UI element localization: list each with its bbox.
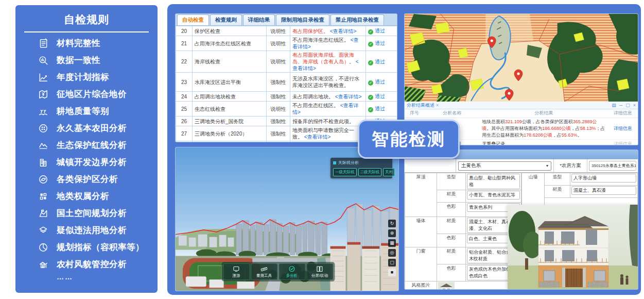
sidebar-item[interactable]: 材料完整性 <box>15 35 158 52</box>
sidebar-item-label: 征地区片综合地价 <box>57 89 127 100</box>
detail-info-link[interactable]: 详细信息 <box>610 125 636 132</box>
material-doc-icon <box>37 38 49 48</box>
row-number: 24 <box>176 92 193 102</box>
check-table-row: 23水库淹没区进出平衡强制性无涉及水库淹没区，不进行水库淹没区进出平衡检查。✓通… <box>176 73 397 92</box>
city-3d-view[interactable]: 天际线分析 一级天际线二级天际线关闭 漫游量测工具多分析分屏/联动 ↻⊗▦◎▢■ <box>175 147 399 291</box>
check-result: 不占用海洋生态红线区。 <查看详情> <box>290 36 366 51</box>
close-icon[interactable]: × <box>633 103 636 108</box>
check-name: 三调地类分析_国务院 <box>193 117 267 126</box>
form-key-label: 色彩 <box>437 264 466 281</box>
annual-plan-icon <box>37 72 49 82</box>
toolbar-measure-tool-button[interactable]: 量测工具 <box>251 263 277 280</box>
status-cell: ✓通过 <box>366 92 397 102</box>
skyline-button[interactable]: 二级天际线 <box>358 168 382 176</box>
close-circle-icon[interactable]: ⊗ <box>388 229 396 237</box>
bookmark-icon[interactable]: ■ <box>388 269 396 276</box>
grid-icon[interactable]: ▦ <box>388 239 396 247</box>
form-row: 山墙造型人字形山墙 <box>522 173 638 186</box>
permanent-farmland-icon <box>38 123 48 134</box>
frame-icon[interactable]: ▢ <box>388 259 396 267</box>
spatial-planning-icon <box>38 208 48 219</box>
detail-cell: 详细信息 <box>608 118 638 139</box>
sidebar-item[interactable]: 农村风貌管控分析 <box>15 256 158 273</box>
form-key-label: 造型 <box>437 173 466 190</box>
check-tab[interactable]: 禁止用地目录检查 <box>330 14 384 25</box>
sidebar-item[interactable]: 地类权属分析 <box>15 188 158 205</box>
check-table-row: 25生态红线检查说明性不占用生态红线区。 <查看详情>✓通过 <box>176 102 397 117</box>
target-icon[interactable]: ◎ <box>388 249 396 257</box>
row-number: 22 <box>176 51 193 73</box>
skyline-button[interactable]: 关闭 <box>383 168 395 176</box>
satellite-map[interactable] <box>405 14 638 102</box>
color-scheme-cell: 土黄色系▾ <box>456 159 554 172</box>
sidebar-item[interactable]: 国土空间规划分析 <box>15 205 158 222</box>
analysis-check-icon <box>288 265 295 272</box>
sidebar-item[interactable]: 永久基本农田分析 <box>15 120 158 137</box>
status-badge: 通过 <box>375 40 385 46</box>
check-type: 说明性 <box>267 141 290 143</box>
sidebar-item-label: 年度计划指标 <box>57 72 109 83</box>
form-value-input[interactable]: 小青瓦、青色水泥瓦等 <box>467 191 520 200</box>
skyline-button[interactable]: 一级天际线 <box>333 168 357 176</box>
check-type: 强制性 <box>267 73 290 92</box>
check-result: 报备库的报件不检查此项。 <box>290 117 366 126</box>
sidebar-item[interactable]: 生态保护红线分析 <box>15 137 158 154</box>
panel-marker-icon <box>333 161 336 164</box>
check-tab[interactable]: 限制用地目录检查 <box>276 14 329 25</box>
sidebar-item[interactable]: 征地区片综合地价 <box>15 86 158 103</box>
form-group-label: 墙体 <box>405 217 437 247</box>
check-type: 强制性 <box>267 92 290 102</box>
maximize-icon[interactable]: ▢ <box>625 103 630 108</box>
check-tab-bar: 自动检查检查规则详细结果限制用地目录检查禁止用地目录检查 <box>176 14 397 26</box>
smart-detection-board: 自动检查检查规则详细结果限制用地目录检查禁止用地目录检查 20保护区检查说明性有… <box>167 4 641 295</box>
toolbar-label: 多分析 <box>286 273 298 278</box>
eco-redline-icon <box>37 140 49 151</box>
sidebar-item[interactable]: 耕地质量等别 <box>15 103 158 120</box>
color-scheme-select[interactable]: 土黄色系▾ <box>458 161 551 171</box>
check-name: 占用海洋生态红线区检查 <box>193 36 267 51</box>
analysis-tab[interactable]: 分析结果概述× <box>407 102 439 109</box>
form-group-label: 屋顶 <box>405 173 437 217</box>
sidebar-item[interactable]: 疑似违法用地分析 <box>15 222 158 239</box>
check-type: 说明性 <box>267 36 290 51</box>
check-name: 海岸线检查 <box>193 51 267 73</box>
detail-info-link[interactable]: 详细信息 <box>610 141 636 145</box>
sidebar-item[interactable]: 各类保护区分析 <box>15 171 158 188</box>
minimize-icon[interactable]: ─ <box>619 103 622 108</box>
tab-close-icon[interactable]: × <box>436 103 439 108</box>
pass-check-icon: ✓ <box>368 95 373 100</box>
form-value-input[interactable]: 人字形山墙 <box>571 174 636 182</box>
form-key-label: 材质 <box>437 217 466 234</box>
check-tab[interactable]: 检查规则 <box>210 14 242 25</box>
sidebar-item[interactable]: 年度计划指标 <box>15 69 158 86</box>
refresh-icon[interactable]: ↻ <box>388 220 396 227</box>
house-render-image <box>508 205 638 290</box>
spatial-planning-icon <box>37 208 49 219</box>
plan-value-field[interactable]: 350125永泰县土黄色系100㎡农房03 <box>589 161 636 171</box>
detail-cell: 详细信息 <box>608 139 638 145</box>
toolbar-split-screen-button[interactable]: 分屏/联动 <box>306 263 333 280</box>
data-consistency-icon <box>38 55 48 65</box>
form-value-input[interactable]: 混凝土、真石漆 <box>571 186 636 195</box>
sidebar-item[interactable]: 数据一致性 <box>15 52 158 69</box>
sidebar-item-label: 国土空间规划分析 <box>57 208 127 219</box>
export-icon[interactable]: ▤ <box>612 103 616 108</box>
toolbar-roam-button[interactable]: 漫游 <box>223 263 250 280</box>
sidebar-item[interactable]: 城镇开发边界分析 <box>15 154 158 171</box>
toolbar-label: 量测工具 <box>256 273 272 278</box>
map-graphic <box>405 14 638 102</box>
view-details-link[interactable]: <查看详情> <box>328 28 356 34</box>
sidebar-item-label: 地类权属分析 <box>57 191 109 202</box>
view-details-link[interactable]: <查看详情> <box>303 134 330 140</box>
data-consistency-icon <box>37 55 49 65</box>
toolbar-label: 漫游 <box>232 273 240 278</box>
form-value-input[interactable]: 悬山型、歇山型两种风格 <box>467 174 520 189</box>
view-details-link[interactable]: <查看详情> <box>334 94 361 99</box>
toolbar-analysis-check-button[interactable]: 多分析 <box>279 263 305 280</box>
check-name: 保护区检查 <box>193 26 267 36</box>
form-body: 屋顶造型悬山型、歇山型两种风格材质小青瓦、青色水泥瓦等色彩青灰色系列墙体材质混凝… <box>405 173 638 290</box>
check-tab[interactable]: 详细结果 <box>243 14 275 25</box>
sidebar-item[interactable]: 规划指标（容积率等） <box>15 239 158 256</box>
check-tab[interactable]: 自动检查 <box>177 14 209 25</box>
check-result: 未占用调出地块。 <查看详情> <box>290 92 366 102</box>
